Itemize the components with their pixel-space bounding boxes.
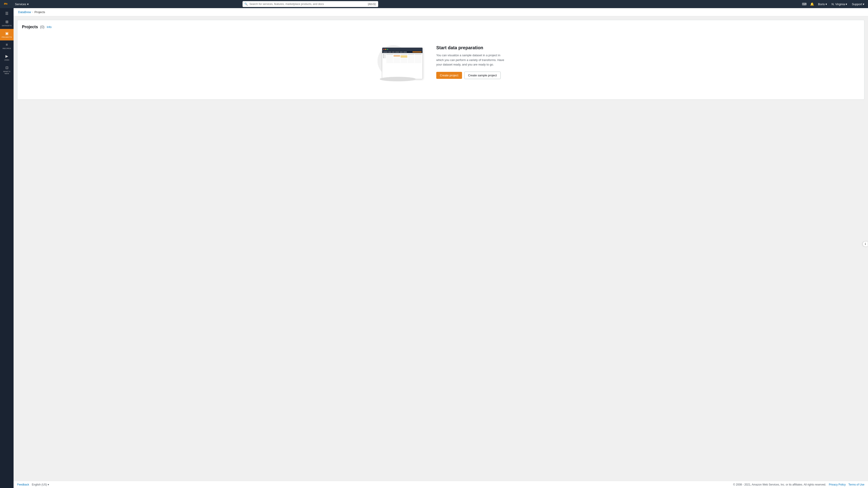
mock-td-20 <box>415 59 422 60</box>
mock-td-19 <box>408 59 414 60</box>
mock-th-3 <box>401 54 407 55</box>
region-button[interactable]: N. Virginia ▾ <box>830 2 849 6</box>
mock-dot-red <box>383 49 384 50</box>
user-menu-button[interactable]: Boris ▾ <box>817 2 829 6</box>
language-selector[interactable]: English (US) ▾ <box>32 483 49 486</box>
mock-td-7 <box>394 57 400 57</box>
cloud-shell-button[interactable]: ⌨ <box>801 2 807 6</box>
projects-icon: ▣ <box>5 31 8 35</box>
mock-sidebar-dot <box>383 54 384 55</box>
mock-tr-7 <box>386 62 422 63</box>
info-link[interactable]: Info <box>47 25 52 29</box>
sidebar-item-recipes[interactable]: ≡ RECIPES <box>0 40 13 52</box>
nav-right: ⌨ 🔔 Boris ▾ N. Virginia ▾ Support ▾ <box>801 2 866 6</box>
notifications-button[interactable]: 🔔 <box>809 2 815 6</box>
mock-td-14 <box>408 58 414 59</box>
mock-table-area <box>386 54 422 63</box>
sidebar-item-projects[interactable]: ▣ PROJECTS <box>0 29 13 40</box>
mock-td-17 <box>394 59 400 60</box>
privacy-policy-link[interactable]: Privacy Policy <box>829 483 846 486</box>
mock-toolbar-item-6 <box>403 52 407 53</box>
footer-left: Feedback English (US) ▾ <box>17 483 49 486</box>
mock-tr-6 <box>386 61 422 62</box>
mock-td-3 <box>401 56 407 56</box>
illustration-shadow <box>380 77 416 81</box>
sidebar-item-jobs[interactable]: ▶ JOBS <box>0 52 13 63</box>
aws-logo[interactable] <box>2 2 10 6</box>
services-chevron-icon: ▾ <box>27 2 29 6</box>
services-button[interactable]: Services ▾ <box>13 2 30 6</box>
mock-sidebar-dot-4 <box>383 57 384 58</box>
cloudshell-icon: ⌨ <box>802 2 807 6</box>
mock-td-11 <box>386 58 393 59</box>
main-layout: ☰ ⊞ DATASETS ▣ PROJECTS ≡ RECIPES ▶ JOBS… <box>0 8 868 488</box>
mock-sidebar-row-4 <box>383 57 386 58</box>
create-sample-project-button[interactable]: Create sample project <box>464 72 501 79</box>
mock-td-33 <box>401 62 407 63</box>
mock-td-6 <box>386 57 393 57</box>
info-icon: ℹ <box>865 242 866 246</box>
support-chevron-icon: ▾ <box>863 2 864 6</box>
mock-td-15 <box>415 58 422 59</box>
mock-td-22 <box>394 60 400 61</box>
mock-td-29 <box>408 61 414 62</box>
mock-sidebar-line-4 <box>384 58 386 58</box>
mock-sidebar-mini <box>383 54 386 63</box>
recipes-icon: ≡ <box>6 43 8 47</box>
projects-title-text: Projects <box>22 25 38 29</box>
empty-state-title: Start data preparation <box>436 45 508 51</box>
support-label: Support <box>852 2 862 6</box>
recipes-label: RECIPES <box>2 47 11 50</box>
mock-table-header <box>386 54 422 55</box>
mock-content <box>382 53 423 64</box>
feedback-link[interactable]: Feedback <box>17 483 29 486</box>
mock-td-18 <box>401 59 407 60</box>
mock-td-1 <box>386 56 393 56</box>
mock-tr-2 <box>386 57 422 57</box>
breadcrumb-current: Projects <box>34 10 45 14</box>
empty-state-illustration <box>373 43 423 81</box>
mock-toolbar <box>382 51 423 53</box>
mock-td-4 <box>408 56 414 56</box>
mock-td-31 <box>386 62 393 63</box>
mock-sidebar-line <box>384 54 386 55</box>
breadcrumb: DataBrew › Projects <box>13 8 868 16</box>
mock-toolbar-item-3 <box>392 52 395 53</box>
mock-toolbar-item-5 <box>400 52 403 53</box>
mock-td-27 <box>394 61 400 62</box>
mock-td-26 <box>386 61 393 62</box>
sidebar-item-datasets[interactable]: ⊞ DATASETS <box>0 18 13 29</box>
create-project-button[interactable]: Create project <box>436 72 462 79</box>
whatsnew-label: WHAT'S NEW <box>1 70 13 74</box>
action-buttons: Create project Create sample project <box>436 72 508 79</box>
mock-td-30 <box>415 61 422 62</box>
sidebar-toggle-button[interactable]: ☰ <box>0 9 13 18</box>
search-shortcut: [Alt+S] <box>367 2 377 6</box>
terms-link[interactable]: Terms of Use <box>848 483 864 486</box>
top-navigation: Services ▾ 🔍 [Alt+S] ⌨ 🔔 Boris ▾ N. Virg… <box>0 0 868 8</box>
mock-th-1 <box>386 54 393 55</box>
mock-td-23 <box>401 60 407 61</box>
search-input[interactable] <box>243 1 378 7</box>
jobs-label: JOBS <box>4 59 9 61</box>
mock-dot-green <box>387 49 388 50</box>
info-panel-button[interactable]: ℹ <box>863 241 868 247</box>
content-area: DataBrew › Projects Projects (0) Info <box>13 8 868 488</box>
support-button[interactable]: Support ▾ <box>850 2 866 6</box>
mock-th-5 <box>415 54 422 55</box>
mock-td-9 <box>408 57 414 57</box>
whatsnew-icon: ⊡ <box>5 66 8 70</box>
mock-td-13 <box>401 58 407 59</box>
datasets-icon: ⊞ <box>5 20 8 24</box>
mock-tr-5 <box>386 60 422 61</box>
mock-toolbar-item-1 <box>383 52 388 53</box>
sidebar-item-whatsnew[interactable]: ⊡ WHAT'S NEW <box>0 63 13 77</box>
page-content: Projects (0) Info <box>13 16 868 481</box>
breadcrumb-parent-link[interactable]: DataBrew <box>18 10 31 14</box>
jobs-icon: ▶ <box>5 54 8 58</box>
mock-th-2 <box>394 54 400 55</box>
mock-sidebar-line-2 <box>384 55 386 56</box>
footer-right: © 2008 - 2021, Amazon Web Services, Inc.… <box>733 483 864 486</box>
region-label: N. Virginia <box>832 2 845 6</box>
user-chevron-icon: ▾ <box>826 2 827 6</box>
